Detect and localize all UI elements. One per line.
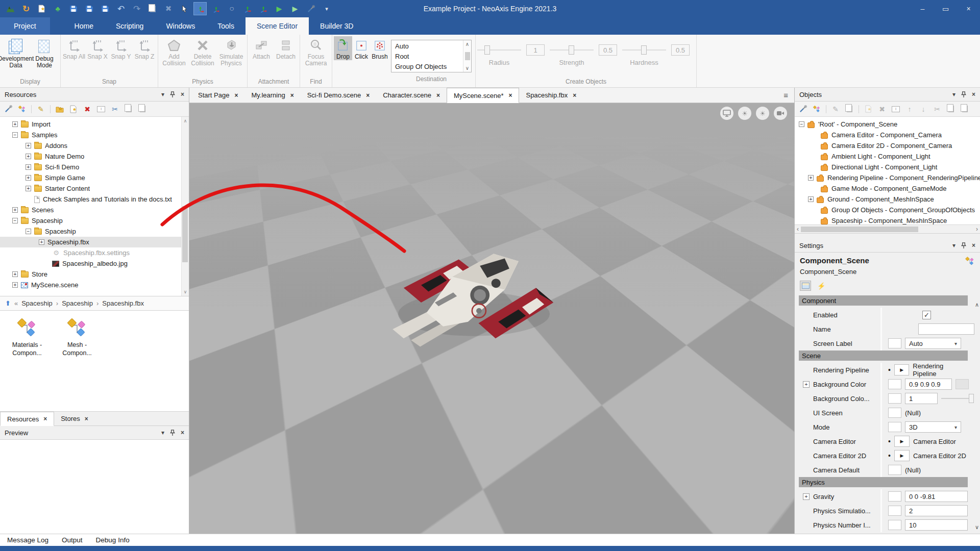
settings-scroll-down-icon[interactable]: ∨	[975, 524, 979, 531]
close-button[interactable]: ×	[957, 0, 980, 17]
new-resource-icon[interactable]	[36, 3, 48, 15]
destination-option-group[interactable]: Group Of Objects	[391, 61, 463, 71]
physics-number-field[interactable]: 10	[905, 519, 968, 531]
tab-resources[interactable]: Resources×	[0, 412, 54, 426]
breadcrumb-item[interactable]: Spaceship	[21, 299, 53, 307]
tab-project[interactable]: Project	[0, 17, 50, 35]
events-view-button[interactable]: ⚡	[816, 281, 827, 291]
value-field[interactable]: 1	[905, 393, 938, 404]
tree-item-spaceship[interactable]: Spaceship	[0, 215, 189, 226]
tree-item-store[interactable]: Store	[0, 269, 189, 280]
camera-button[interactable]	[774, 107, 787, 120]
value-slider[interactable]	[941, 394, 974, 403]
tab-scene-editor[interactable]: Scene Editor	[246, 17, 309, 35]
import-content-icon[interactable]: ♣	[52, 3, 64, 15]
close-icon[interactable]: ×	[573, 92, 576, 99]
object-group-of-objects[interactable]: Group Of Objects - Component_GroupOfObje…	[795, 205, 980, 215]
minimize-button[interactable]: –	[911, 0, 934, 17]
tree-item-import[interactable]: Import	[0, 119, 189, 130]
play-alt-icon[interactable]: ▶	[289, 3, 301, 15]
close-icon[interactable]: ×	[234, 92, 238, 99]
save-icon[interactable]	[67, 3, 80, 15]
tab-tools[interactable]: Tools	[206, 17, 246, 35]
expander-icon[interactable]	[808, 196, 814, 202]
strength-slider-track[interactable]	[550, 45, 594, 55]
expander-icon[interactable]	[12, 121, 18, 127]
radius-slider-track[interactable]	[477, 45, 521, 55]
tab-scripting[interactable]: Scripting	[105, 17, 155, 35]
panel-menu-icon[interactable]: ▾	[161, 91, 164, 98]
debug-mode-button[interactable]: Debug Mode	[30, 36, 59, 69]
section-scene[interactable]: Scene	[799, 350, 968, 361]
pin-icon[interactable]	[170, 91, 175, 98]
tree-item-myscene[interactable]: MyScene.scene	[0, 280, 189, 290]
panel-close-icon[interactable]: ×	[972, 91, 975, 98]
play-icon[interactable]: ▶	[273, 3, 285, 15]
settings-scroll-up-icon[interactable]: ∧	[975, 302, 979, 308]
close-icon[interactable]: ×	[85, 415, 88, 422]
object-camera-editor-2d[interactable]: Camera Editor 2D - Component_Camera	[795, 140, 980, 151]
objects-horizontal-scrollbar[interactable]: ‹ ›	[795, 225, 980, 234]
enabled-checkbox[interactable]: ✓	[922, 311, 931, 319]
reference-button[interactable]: ▶	[894, 436, 910, 447]
destination-scrollbar[interactable]: ∧ ∨	[463, 40, 471, 72]
object-root[interactable]: 'Root' - Component_Scene	[795, 119, 980, 130]
default-marker-box[interactable]	[888, 520, 901, 530]
copy-icon[interactable]	[124, 105, 133, 114]
expander-icon[interactable]	[26, 143, 31, 148]
default-marker-box[interactable]	[888, 338, 901, 348]
close-icon[interactable]: ×	[43, 415, 47, 422]
tree-item-spaceship-fbx-settings[interactable]: Spaceship.fbx.settings	[0, 247, 189, 258]
undo-icon[interactable]: ↶	[115, 3, 127, 15]
hardness-slider-track[interactable]	[622, 45, 666, 55]
hardness-value[interactable]: 0.5	[671, 44, 690, 56]
tree-item-spaceship-fbx[interactable]: Spaceship.fbx	[0, 237, 189, 247]
doc-tab-start-page[interactable]: Start Page×	[191, 88, 244, 103]
up-icon[interactable]: ⬆	[5, 299, 11, 307]
properties-view-button[interactable]	[800, 281, 811, 291]
settings-tools-icon[interactable]	[4, 105, 13, 114]
edit-icon[interactable]: ✎	[36, 105, 45, 114]
object-rendering-pipeline[interactable]: Rendering Pipeline - Component_Rendering…	[795, 172, 980, 183]
close-icon[interactable]: ×	[290, 92, 294, 99]
default-marker-box[interactable]	[888, 465, 901, 475]
expander-icon[interactable]	[26, 154, 31, 159]
section-component[interactable]: Component	[799, 295, 968, 306]
shadows-button[interactable]: ☀	[756, 107, 769, 120]
tree-item-check-samples[interactable]: Check Samples and Tutorials in the docs.…	[0, 194, 189, 205]
rename-icon[interactable]: I	[96, 105, 106, 114]
tree-item-simple-game[interactable]: Simple Game	[0, 172, 189, 183]
object-camera-editor[interactable]: Camera Editor - Component_Camera	[795, 130, 980, 140]
tab-stores[interactable]: Stores×	[54, 412, 95, 425]
scroll-thumb[interactable]	[182, 206, 188, 262]
panel-menu-icon[interactable]: ▾	[952, 242, 955, 249]
qat-dropdown-icon[interactable]: ▾	[321, 3, 333, 15]
object-ground[interactable]: Ground - Component_MeshInSpace	[795, 194, 980, 205]
tab-builder-3d[interactable]: Builder 3D	[309, 17, 364, 35]
close-icon[interactable]: ×	[508, 92, 512, 99]
lighting-button[interactable]: ☀	[738, 107, 751, 120]
physics-simulation-field[interactable]: 2	[905, 505, 968, 516]
gravity-field[interactable]: 0 0 -9.81	[905, 491, 968, 502]
save-as-icon[interactable]	[83, 3, 95, 15]
development-data-button[interactable]: Development Data	[2, 36, 30, 69]
screen-label-dropdown[interactable]: Auto▾	[905, 338, 961, 349]
default-marker-box[interactable]	[888, 491, 901, 502]
tab-windows[interactable]: Windows	[155, 17, 206, 35]
reference-button[interactable]: ▶	[894, 364, 909, 375]
tree-item-spaceship-sub[interactable]: Spaceship	[0, 226, 189, 237]
expand-icon[interactable]: +	[803, 381, 810, 388]
expander-icon[interactable]	[39, 239, 44, 245]
default-marker-box[interactable]	[888, 506, 901, 516]
expander-icon[interactable]	[12, 282, 18, 288]
maximize-button[interactable]: ▭	[934, 0, 957, 17]
drop-button[interactable]: Drop	[334, 36, 352, 60]
display-mode-button[interactable]	[720, 107, 733, 120]
transform-tool-icon[interactable]	[257, 3, 270, 15]
panel-menu-icon[interactable]: ▾	[161, 429, 164, 436]
expander-icon[interactable]	[26, 164, 31, 170]
background-color-field[interactable]: 0.9 0.9 0.9	[905, 379, 952, 390]
panel-menu-icon[interactable]: ▾	[952, 91, 955, 98]
refresh-icon[interactable]: ↻	[20, 3, 32, 15]
tab-list-menu-icon[interactable]: ≡	[777, 91, 794, 99]
